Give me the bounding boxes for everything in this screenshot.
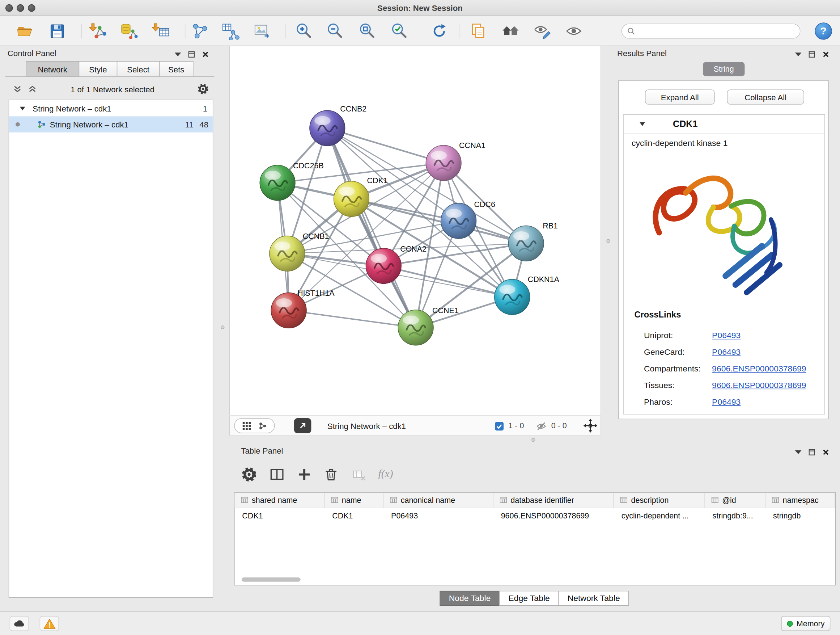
node-CCNB2[interactable]	[309, 111, 345, 146]
entry-collapse-icon[interactable]	[639, 122, 645, 126]
collapse-all-button[interactable]: Collapse All	[727, 89, 804, 104]
refresh-button[interactable]	[429, 21, 450, 41]
save-session-button[interactable]	[47, 21, 68, 41]
show-hide-button[interactable]	[563, 21, 584, 41]
window-zoom-button[interactable]	[28, 4, 35, 12]
copy-button[interactable]	[468, 21, 489, 41]
toolbar-search[interactable]	[622, 24, 801, 38]
expand-all-button[interactable]: Expand All	[645, 89, 715, 104]
crosslink-value-link[interactable]: P06493	[712, 331, 741, 340]
crosslink-value-link[interactable]: P06493	[712, 397, 741, 407]
column-header-description[interactable]: description	[614, 493, 705, 508]
edge-CCNB2-CCNE1[interactable]	[327, 128, 416, 328]
hide-annotation-button[interactable]	[531, 21, 553, 41]
node-CDKN1A[interactable]	[494, 279, 530, 315]
tree-expand-icon[interactable]	[20, 106, 25, 110]
first-neighbors-button[interactable]	[500, 21, 521, 41]
panel-float-icon[interactable]	[808, 448, 815, 455]
detach-view-button[interactable]	[294, 418, 311, 433]
panel-close-icon[interactable]	[822, 448, 829, 455]
node-CDC6[interactable]	[441, 203, 477, 239]
window-close-button[interactable]	[5, 4, 13, 12]
panel-menu-icon[interactable]	[175, 52, 181, 56]
window-minimize-button[interactable]	[17, 4, 24, 12]
crosslink-value-link[interactable]: P06493	[712, 347, 741, 357]
search-input[interactable]	[638, 27, 794, 35]
tab-style[interactable]: Style	[79, 61, 118, 77]
column-header-shared-name[interactable]: shared name	[235, 493, 325, 508]
network-graph[interactable]: CCNB2CCNA1CDC25BCDK1CDC6RB1CCNB1CCNA2CDK…	[230, 46, 600, 415]
tab-select[interactable]: Select	[117, 61, 159, 77]
splitter-handle[interactable]	[531, 438, 535, 442]
panel-close-icon[interactable]	[202, 51, 209, 57]
zoom-out-button[interactable]	[324, 21, 346, 41]
crosslink-value-link[interactable]: 9606.ENSP00000378699	[712, 380, 806, 390]
grid-view-icon[interactable]	[242, 421, 251, 430]
collapse-all-button[interactable]	[13, 85, 22, 96]
results-tab-string[interactable]: String	[703, 62, 745, 76]
zoom-in-button[interactable]	[293, 21, 314, 41]
splitter-handle[interactable]	[606, 239, 610, 242]
create-column-button[interactable]	[296, 466, 312, 485]
expand-all-tree-button[interactable]	[28, 85, 37, 96]
warnings-button[interactable]	[40, 616, 59, 631]
delete-table-button-disabled[interactable]	[351, 467, 366, 485]
tab-node-table[interactable]: Node Table	[440, 591, 500, 606]
column-header-namespac[interactable]: namespac	[766, 493, 835, 508]
table-options-button[interactable]	[241, 466, 257, 485]
panel-menu-icon[interactable]	[795, 52, 802, 56]
open-session-button[interactable]	[14, 21, 36, 41]
node-RB1[interactable]	[508, 226, 544, 261]
zoom-fit-button[interactable]	[356, 21, 378, 41]
import-network-database-button[interactable]	[118, 21, 140, 41]
column-header-name[interactable]: name	[325, 493, 384, 508]
node-CDK1[interactable]	[334, 181, 369, 217]
tab-sets[interactable]: Sets	[159, 61, 194, 77]
node-CCNA2[interactable]	[366, 249, 401, 284]
node-CCNB1[interactable]	[270, 236, 305, 272]
crosslink-row: GeneCard:P06493	[624, 344, 824, 360]
crosslink-value-link[interactable]: 9606.ENSP00000378699	[712, 364, 806, 374]
tab-network-table[interactable]: Network Table	[558, 591, 629, 606]
panel-close-icon[interactable]	[822, 51, 829, 57]
function-builder-button[interactable]: f(x)	[378, 467, 393, 480]
export-image-button[interactable]	[251, 21, 273, 41]
help-button[interactable]: ?	[815, 22, 832, 40]
node-CDC25B[interactable]	[260, 165, 295, 201]
hidden-eye-slash-icon[interactable]	[536, 421, 546, 431]
panel-menu-icon[interactable]	[795, 450, 802, 454]
network-canvas[interactable]: CCNB2CCNA1CDC25BCDK1CDC6RB1CCNB1CCNA2CDK…	[229, 46, 601, 416]
pan-crosshair-icon[interactable]	[584, 419, 598, 433]
selected-checkbox-icon[interactable]	[494, 421, 504, 431]
import-table-button[interactable]	[150, 21, 172, 41]
cloud-status-button[interactable]	[10, 616, 29, 631]
node-CCNE1[interactable]	[398, 310, 433, 345]
zoom-selected-button[interactable]	[388, 21, 410, 41]
node-HIST1H1A[interactable]	[271, 293, 306, 328]
node-CCNA1[interactable]	[426, 145, 461, 181]
network-row-selected[interactable]: String Network – cdk1 11 48	[9, 116, 213, 132]
control-panel-options-button[interactable]	[197, 83, 209, 97]
import-network-file-button[interactable]	[87, 21, 109, 41]
show-columns-button[interactable]	[269, 466, 285, 485]
table-row[interactable]: CDK1CDK1P064939606.ENSP00000378699cyclin…	[235, 508, 835, 523]
edge-CCNB2-CCNA1[interactable]	[327, 128, 444, 163]
tab-network[interactable]: Network	[26, 61, 79, 77]
memory-button[interactable]: Memory	[781, 616, 830, 631]
delete-column-button[interactable]	[323, 466, 339, 485]
panel-float-icon[interactable]	[808, 51, 815, 57]
network-from-table-button[interactable]	[219, 21, 241, 41]
edge-HIST1H1A-CCNE1[interactable]	[289, 310, 416, 327]
horizontal-scrollbar-thumb[interactable]	[242, 578, 301, 582]
column-header--id[interactable]: @id	[705, 493, 766, 508]
clone-network-button[interactable]	[189, 21, 210, 41]
entry-header[interactable]: CDK1	[624, 115, 824, 134]
panel-float-icon[interactable]	[188, 51, 195, 57]
column-header-database-identifier[interactable]: database identifier	[493, 493, 614, 508]
column-header-canonical-name[interactable]: canonical name	[384, 493, 493, 508]
splitter-handle[interactable]	[221, 325, 224, 329]
network-view-icon[interactable]	[258, 421, 267, 430]
tab-edge-table[interactable]: Edge Table	[499, 591, 559, 606]
network-collection-row[interactable]: String Network – cdk1 1	[9, 100, 213, 116]
node-label-RB1: RB1	[543, 222, 558, 230]
